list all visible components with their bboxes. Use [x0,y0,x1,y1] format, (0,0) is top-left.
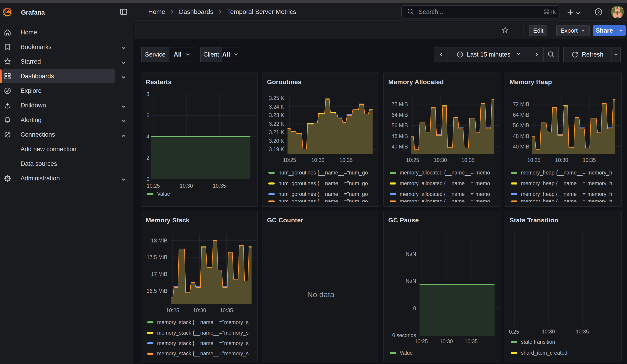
svg-text:?: ? [597,9,600,14]
